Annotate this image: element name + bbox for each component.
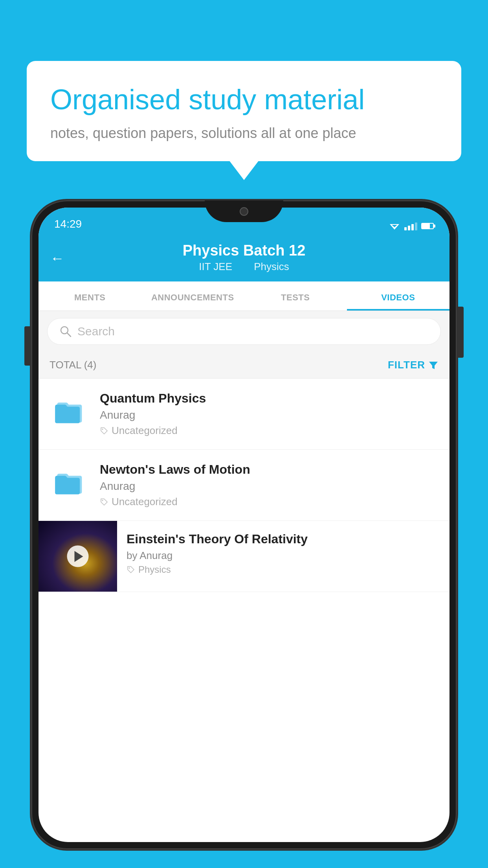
phone-screen: 14:29 (39, 208, 449, 842)
list-item-3[interactable]: Einstein's Theory Of Relativity by Anura… (39, 521, 449, 592)
filter-funnel-icon (428, 360, 438, 370)
tag-icon-3 (127, 565, 135, 574)
video-thumbnail-3 (39, 521, 117, 592)
speech-bubble-container: Organised study material notes, question… (27, 61, 461, 161)
item-tag-label-1: Uncategorized (112, 425, 178, 437)
item-tag-label-2: Uncategorized (112, 496, 178, 508)
folder-icon-1 (50, 391, 89, 430)
item-author-3: by Anurag (127, 550, 440, 562)
header-subtitle-physics: Physics (254, 261, 289, 272)
tag-icon-2 (100, 498, 108, 506)
bubble-title: Organised study material (50, 83, 438, 116)
svg-rect-6 (55, 407, 80, 423)
item-author-1: Anurag (100, 409, 438, 421)
video-list: Quantum Physics Anurag Uncategorized (39, 379, 449, 592)
tab-announcements[interactable]: ANNOUNCEMENTS (141, 281, 244, 311)
svg-point-7 (102, 428, 103, 430)
phone-notch (205, 200, 283, 222)
filter-button[interactable]: FILTER (388, 359, 438, 371)
item-tag-3: Physics (127, 564, 440, 575)
header-subtitle: IIT JEE Physics (50, 261, 438, 273)
search-bar-container: Search (39, 311, 449, 352)
total-count: TOTAL (4) (50, 359, 96, 371)
play-button-3[interactable] (67, 546, 89, 567)
item-info-2: Newton's Laws of Motion Anurag Uncategor… (100, 462, 438, 508)
app-header: ← Physics Batch 12 IIT JEE Physics (39, 235, 449, 281)
list-item[interactable]: Quantum Physics Anurag Uncategorized (39, 379, 449, 450)
tab-videos[interactable]: VIDEOS (347, 281, 450, 311)
tag-icon-1 (100, 427, 108, 435)
tab-tests[interactable]: TESTS (244, 281, 347, 311)
tab-bar: MENTS ANNOUNCEMENTS TESTS VIDEOS (39, 281, 449, 311)
svg-rect-9 (55, 478, 80, 495)
filter-label: FILTER (388, 359, 425, 371)
play-triangle-3 (74, 551, 83, 562)
item-tag-label-3: Physics (138, 564, 171, 575)
svg-marker-4 (429, 362, 438, 369)
signal-icon (404, 222, 417, 230)
svg-line-3 (67, 333, 71, 337)
camera (240, 207, 248, 216)
status-icons (389, 222, 434, 230)
item-info-3: Einstein's Theory Of Relativity by Anura… (117, 521, 449, 586)
speech-bubble: Organised study material notes, question… (27, 61, 461, 161)
item-tag-1: Uncategorized (100, 425, 438, 437)
header-subtitle-iitjee: IIT JEE (199, 261, 232, 272)
search-icon (59, 325, 72, 338)
folder-icon-2 (50, 462, 89, 502)
search-placeholder: Search (77, 325, 115, 338)
phone-wrapper: 14:29 (31, 200, 457, 849)
phone-outer: 14:29 (31, 200, 457, 849)
search-bar[interactable]: Search (47, 318, 441, 345)
back-button[interactable]: ← (50, 250, 64, 267)
tab-ments[interactable]: MENTS (39, 281, 141, 311)
list-item-2[interactable]: Newton's Laws of Motion Anurag Uncategor… (39, 450, 449, 521)
item-title-2: Newton's Laws of Motion (100, 462, 438, 477)
filter-bar: TOTAL (4) FILTER (39, 352, 449, 379)
item-author-2: Anurag (100, 480, 438, 493)
battery-icon (421, 223, 434, 229)
svg-point-11 (129, 568, 130, 569)
item-title-1: Quantum Physics (100, 391, 438, 406)
wifi-icon (389, 222, 400, 230)
svg-point-10 (102, 500, 103, 501)
item-tag-2: Uncategorized (100, 496, 438, 508)
status-time: 14:29 (54, 218, 82, 230)
bubble-subtitle: notes, question papers, solutions all at… (50, 125, 438, 142)
header-title: Physics Batch 12 (50, 242, 438, 259)
item-title-3: Einstein's Theory Of Relativity (127, 532, 440, 546)
item-info-1: Quantum Physics Anurag Uncategorized (100, 391, 438, 437)
